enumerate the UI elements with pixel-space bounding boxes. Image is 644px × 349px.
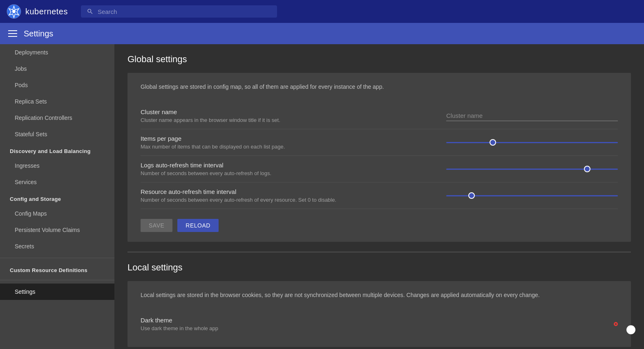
menu-icon[interactable] <box>8 30 17 37</box>
logs-refresh-slider[interactable] <box>446 169 618 170</box>
global-settings-buttons: Save Reload <box>141 219 618 232</box>
settings-bar: Settings <box>0 23 644 44</box>
logs-refresh-row: Logs auto-refresh time interval Number o… <box>141 156 618 182</box>
sidebar-item-ingresses[interactable]: Ingresses <box>0 158 114 174</box>
main-layout: Deployments Jobs Pods Replica Sets Repli… <box>0 44 644 349</box>
resource-refresh-label: Resource auto-refresh time interval <box>141 188 336 195</box>
config-section-header: Config and Storage <box>0 190 114 205</box>
sidebar-item-secrets[interactable]: Secrets <box>0 238 114 254</box>
cluster-name-row: Cluster name Cluster name appears in the… <box>141 103 618 129</box>
logs-refresh-label: Logs auto-refresh time interval <box>141 162 271 169</box>
resource-refresh-slider[interactable] <box>446 195 618 196</box>
reload-button[interactable]: Reload <box>177 219 219 232</box>
logs-refresh-sublabel: Number of seconds between every auto-ref… <box>141 170 271 176</box>
items-per-page-sublabel: Max number of items that can be displaye… <box>141 144 285 150</box>
resource-refresh-sublabel: Number of seconds between every auto-ref… <box>141 197 336 203</box>
kubernetes-logo-icon <box>7 4 21 19</box>
cluster-name-input[interactable] <box>446 110 618 121</box>
global-settings-card: Global settings are stored in config map… <box>127 73 631 242</box>
resource-refresh-row: Resource auto-refresh time interval Numb… <box>141 182 618 209</box>
global-settings-description: Global settings are stored in config map… <box>141 83 618 91</box>
section-divider <box>127 252 631 252</box>
sidebar-divider-2 <box>0 280 114 280</box>
cluster-name-label: Cluster name <box>141 108 280 115</box>
topbar: kubernetes <box>0 0 644 23</box>
sidebar-item-replica-sets[interactable]: Replica Sets <box>0 93 114 110</box>
search-icon <box>87 8 94 15</box>
logs-refresh-control <box>446 169 618 170</box>
search-input[interactable] <box>98 8 271 15</box>
resource-refresh-label-group: Resource auto-refresh time interval Numb… <box>141 188 336 203</box>
cluster-name-sublabel: Cluster name appears in the browser wind… <box>141 117 280 123</box>
discovery-section-header: Discovery and Load Balancing <box>0 142 114 158</box>
search-bar[interactable] <box>81 5 277 18</box>
cluster-name-label-group: Cluster name Cluster name appears in the… <box>141 108 280 123</box>
sidebar-divider <box>0 258 114 258</box>
global-settings-title: Global settings <box>127 54 631 65</box>
cluster-name-control <box>446 110 618 121</box>
local-settings-description: Local settings are stored in the browser… <box>141 291 618 299</box>
items-per-page-label-group: Items per page Max number of items that … <box>141 135 285 150</box>
save-button[interactable]: Save <box>141 219 172 232</box>
sidebar-item-stateful-sets[interactable]: Stateful Sets <box>0 126 114 142</box>
resource-refresh-control <box>446 195 618 196</box>
sidebar-item-pvc[interactable]: Persistent Volume Claims <box>0 222 114 238</box>
sidebar: Deployments Jobs Pods Replica Sets Repli… <box>0 44 114 349</box>
items-per-page-slider[interactable] <box>446 142 618 143</box>
logs-refresh-label-group: Logs auto-refresh time interval Number o… <box>141 162 271 176</box>
logo: kubernetes <box>7 4 68 19</box>
page-title: Settings <box>24 29 53 38</box>
sidebar-item-deployments[interactable]: Deployments <box>0 44 114 61</box>
dark-theme-label: Dark theme <box>141 317 218 324</box>
app-title: kubernetes <box>25 7 68 16</box>
dark-theme-control <box>614 322 618 326</box>
dark-theme-toggle-highlight <box>614 322 618 326</box>
sidebar-item-replication-controllers[interactable]: Replication Controllers <box>0 110 114 126</box>
sidebar-item-config-maps[interactable]: Config Maps <box>0 205 114 222</box>
svg-point-1 <box>12 10 16 13</box>
items-per-page-control <box>446 142 618 143</box>
dark-theme-sublabel: Use dark theme in the whole app <box>141 325 218 331</box>
sidebar-item-jobs[interactable]: Jobs <box>0 61 114 77</box>
items-per-page-label: Items per page <box>141 135 285 142</box>
sidebar-item-pods[interactable]: Pods <box>0 77 114 93</box>
sidebar-item-settings[interactable]: Settings <box>0 284 114 300</box>
content-area: Global settings Global settings are stor… <box>114 44 644 349</box>
items-per-page-row: Items per page Max number of items that … <box>141 129 618 156</box>
custom-resource-header: Custom Resource Definitions <box>0 261 114 277</box>
dark-theme-label-group: Dark theme Use dark theme in the whole a… <box>141 317 218 331</box>
dark-theme-row: Dark theme Use dark theme in the whole a… <box>141 311 618 337</box>
local-settings-card: Local settings are stored in the browser… <box>127 281 631 347</box>
local-settings-title: Local settings <box>127 262 631 273</box>
sidebar-item-services[interactable]: Services <box>0 174 114 190</box>
